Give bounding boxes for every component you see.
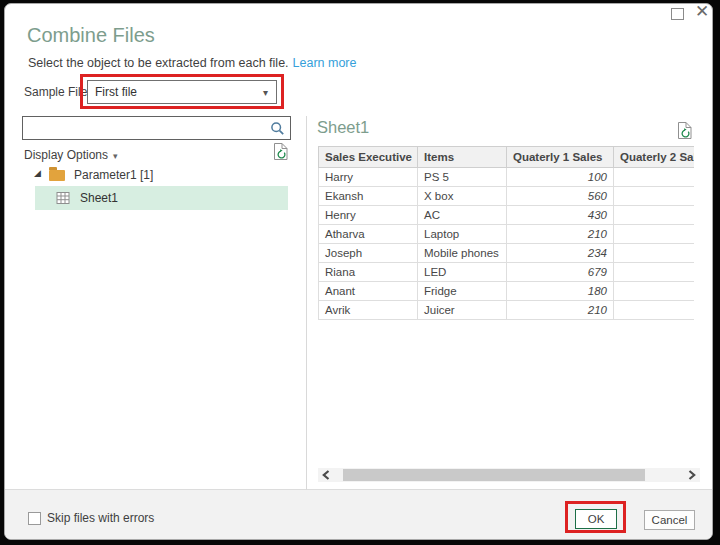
scroll-left-icon[interactable] xyxy=(318,468,334,482)
column-header: Quaterly 2 Sales xyxy=(614,147,695,168)
sample-file-value: First file xyxy=(95,85,263,99)
tree-item-parameter1[interactable]: Parameter1 [1] xyxy=(74,168,153,182)
ok-button[interactable]: OK xyxy=(575,509,617,529)
table-cell: Juicer xyxy=(418,301,507,320)
table-cell xyxy=(614,244,695,263)
table-cell: 560 xyxy=(507,187,614,206)
maximize-icon[interactable] xyxy=(671,8,684,20)
tree-item-sheet1-label: Sheet1 xyxy=(80,191,118,205)
table-row: HenryAC430 xyxy=(319,206,695,225)
table-cell xyxy=(614,206,695,225)
skip-files-label[interactable]: Skip files with errors xyxy=(47,511,154,525)
table-cell: Avrik xyxy=(319,301,418,320)
skip-files-checkbox[interactable] xyxy=(28,512,41,525)
chevron-down-icon: ▾ xyxy=(113,151,118,161)
table-cell xyxy=(614,225,695,244)
folder-icon xyxy=(49,170,65,181)
table-cell: Joseph xyxy=(319,244,418,263)
column-header: Sales Executive xyxy=(319,147,418,168)
table-row: AtharvaLaptop210 xyxy=(319,225,695,244)
panel-divider xyxy=(306,116,307,490)
table-cell: 234 xyxy=(507,244,614,263)
table-cell: Atharva xyxy=(319,225,418,244)
tree-item-sheet1[interactable]: Sheet1 xyxy=(35,186,288,210)
refresh-preview-icon[interactable] xyxy=(677,121,693,144)
table-cell: AC xyxy=(418,206,507,225)
page-title: Combine Files xyxy=(27,24,155,47)
table-row: JosephMobile phones234 xyxy=(319,244,695,263)
column-header: Quaterly 1 Sales xyxy=(507,147,614,168)
table-row: EkanshX box560 xyxy=(319,187,695,206)
display-options-toggle[interactable]: Display Options▾ xyxy=(24,148,118,162)
table-cell: LED xyxy=(418,263,507,282)
subtitle-text: Select the object to be extracted from e… xyxy=(28,56,289,70)
table-cell xyxy=(614,168,695,187)
learn-more-link[interactable]: Learn more xyxy=(293,56,357,70)
table-cell: Fridge xyxy=(418,282,507,301)
table-cell: Henry xyxy=(319,206,418,225)
combine-files-dialog-frame: ✕ Combine Files Select the object to be … xyxy=(0,0,720,545)
table-cell: 430 xyxy=(507,206,614,225)
table-header-row: Sales ExecutiveItemsQuaterly 1 SalesQuat… xyxy=(319,147,695,168)
scroll-right-icon[interactable] xyxy=(684,468,700,482)
table-row: HarryPS 5100 xyxy=(319,168,695,187)
close-icon[interactable]: ✕ xyxy=(695,2,709,22)
tree-expand-icon[interactable]: ◢ xyxy=(34,168,41,178)
table-row: AvrikJuicer210 xyxy=(319,301,695,320)
horizontal-scrollbar[interactable] xyxy=(318,468,700,482)
table-cell: PS 5 xyxy=(418,168,507,187)
refresh-preview-icon[interactable] xyxy=(273,142,289,165)
cancel-button[interactable]: Cancel xyxy=(644,510,695,530)
sheet-icon xyxy=(56,191,70,205)
search-icon[interactable] xyxy=(270,121,285,136)
table-cell xyxy=(614,263,695,282)
table-cell: 180 xyxy=(507,282,614,301)
sample-file-label: Sample File: xyxy=(24,85,91,99)
scrollbar-thumb[interactable] xyxy=(343,469,645,481)
table-cell: 210 xyxy=(507,301,614,320)
table-cell: Harry xyxy=(319,168,418,187)
dialog-subtitle: Select the object to be extracted from e… xyxy=(28,56,357,70)
display-options-label: Display Options xyxy=(24,148,108,162)
table-cell xyxy=(614,187,695,206)
table-cell: Riana xyxy=(319,263,418,282)
table-row: RianaLED679 xyxy=(319,263,695,282)
preview-table-wrap: Sales ExecutiveItemsQuaterly 1 SalesQuat… xyxy=(318,146,694,322)
chevron-down-icon: ▾ xyxy=(263,87,268,98)
preview-title: Sheet1 xyxy=(317,118,369,137)
preview-table: Sales ExecutiveItemsQuaterly 1 SalesQuat… xyxy=(318,146,694,320)
table-cell: Laptop xyxy=(418,225,507,244)
search-box xyxy=(22,116,291,140)
table-row: AnantFridge180 xyxy=(319,282,695,301)
table-cell: 210 xyxy=(507,225,614,244)
sample-file-dropdown[interactable]: First file ▾ xyxy=(87,80,277,104)
table-cell: 679 xyxy=(507,263,614,282)
table-cell: Ekansh xyxy=(319,187,418,206)
table-cell: X box xyxy=(418,187,507,206)
table-cell: 100 xyxy=(507,168,614,187)
column-header: Items xyxy=(418,147,507,168)
search-input[interactable] xyxy=(29,118,270,138)
table-cell: Mobile phones xyxy=(418,244,507,263)
table-cell xyxy=(614,301,695,320)
table-cell xyxy=(614,282,695,301)
table-cell: Anant xyxy=(319,282,418,301)
